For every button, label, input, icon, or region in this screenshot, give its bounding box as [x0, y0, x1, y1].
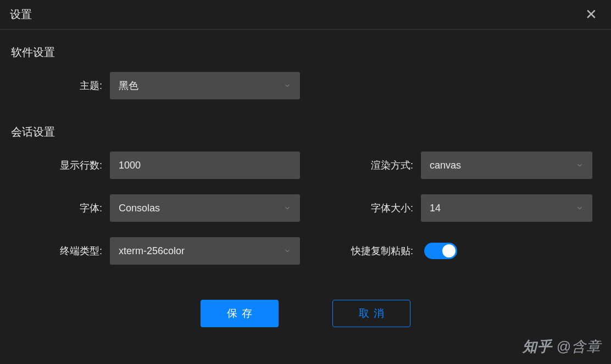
termtype-value: xterm-256color: [119, 245, 284, 257]
toggle-knob: [442, 244, 456, 257]
chevron-down-icon: [284, 247, 291, 255]
software-settings-title: 软件设置: [11, 45, 600, 60]
close-icon: ✕: [585, 6, 597, 23]
chevron-down-icon: [284, 82, 291, 89]
font-value: Consolas: [119, 203, 284, 214]
session-settings-section: 会话设置 显示行数: 渲染方式: canvas 字体: Consolas: [11, 125, 600, 265]
render-select[interactable]: canvas: [421, 152, 592, 179]
font-label: 字体:: [11, 201, 110, 215]
session-settings-title: 会话设置: [11, 125, 600, 139]
render-value: canvas: [430, 160, 576, 171]
quickcopy-label: 快捷复制粘贴:: [346, 244, 421, 257]
save-button[interactable]: 保存: [201, 300, 279, 327]
chevron-down-icon: [576, 204, 584, 212]
fontsize-label: 字体大小:: [346, 201, 421, 215]
theme-label: 主题:: [11, 79, 110, 92]
rows-input[interactable]: [110, 152, 300, 179]
chevron-down-icon: [284, 204, 291, 212]
software-settings-section: 软件设置 主题: 黑色: [11, 45, 600, 99]
quickcopy-toggle[interactable]: [424, 243, 457, 259]
button-row: 保存 取消: [11, 300, 600, 327]
fontsize-value: 14: [430, 203, 576, 214]
close-button[interactable]: ✕: [581, 5, 601, 25]
font-select[interactable]: Consolas: [110, 194, 300, 222]
titlebar: 设置 ✕: [0, 0, 611, 30]
render-label: 渲染方式:: [346, 159, 421, 172]
titlebar-title: 设置: [10, 7, 32, 22]
watermark: 知乎 @含章: [523, 337, 601, 356]
zhihu-logo: 知乎: [523, 337, 552, 356]
chevron-down-icon: [576, 161, 584, 169]
fontsize-select[interactable]: 14: [421, 194, 592, 222]
watermark-author: @含章: [557, 337, 601, 356]
theme-value: 黑色: [119, 79, 284, 92]
termtype-select[interactable]: xterm-256color: [110, 237, 300, 265]
theme-select[interactable]: 黑色: [110, 72, 300, 99]
termtype-label: 终端类型:: [11, 244, 110, 257]
settings-content: 软件设置 主题: 黑色 会话设置 显示行数: 渲染方式: canvas: [0, 30, 611, 327]
rows-label: 显示行数:: [11, 159, 110, 172]
cancel-button[interactable]: 取消: [332, 300, 410, 327]
